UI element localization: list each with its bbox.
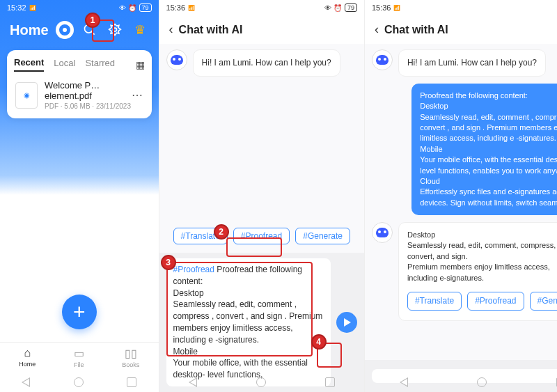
nav-file[interactable]: ▭File: [74, 347, 84, 368]
chat-title: Chat with AI: [384, 24, 448, 36]
file-row[interactable]: ◉ Welcome P…element.pdf PDF · 5.06 MB · …: [14, 72, 145, 111]
send-icon: [344, 318, 351, 327]
ai-response: Desktop Seamlessly read, edit, comment, …: [398, 222, 557, 321]
chip-proofread[interactable]: #Proofread: [467, 292, 524, 311]
add-fab[interactable]: +: [62, 295, 97, 329]
ai-avatar: [372, 49, 393, 70]
files-card: Recent Local Starred ▦ ◉ Welcome P…eleme…: [7, 50, 152, 118]
back-icon[interactable]: ‹: [375, 22, 379, 37]
chat-input[interactable]: #Proofread Proofread the following conte…: [166, 258, 331, 386]
settings-icon[interactable]: [106, 21, 124, 39]
callout-1: 1: [85, 13, 100, 28]
chat-header: ‹ Chat with AI: [365, 15, 557, 44]
send-button[interactable]: [336, 312, 357, 333]
tab-starred[interactable]: Starred: [85, 58, 115, 71]
chat-header: ‹ Chat with AI: [159, 15, 364, 44]
sys-home[interactable]: [477, 377, 487, 387]
chat-panel-input: 15:36📶 👁 ⏰79 ‹ Chat with AI Hi! I am Lum…: [159, 0, 365, 392]
input-area: #Proofread Proofread the following conte…: [159, 253, 364, 392]
crown-icon[interactable]: ♛: [131, 21, 149, 39]
file-thumb-icon: ◉: [15, 82, 38, 109]
sys-back[interactable]: [189, 377, 197, 387]
ai-icon[interactable]: [56, 21, 74, 39]
chip-generate[interactable]: #Generate: [295, 228, 350, 244]
ai-avatar: [166, 49, 187, 70]
more-icon[interactable]: ⋯: [132, 88, 143, 102]
nav-home[interactable]: ⌂Home: [19, 347, 36, 368]
back-icon[interactable]: ‹: [169, 22, 173, 37]
tab-local[interactable]: Local: [54, 58, 75, 71]
file-meta: PDF · 5.06 MB · 23/11/2023: [45, 102, 132, 110]
page-title: Home: [10, 22, 49, 38]
chat-panel-response: 15:36📶 👁 ⏰79 ‹ Chat with AI Hi! I am Lum…: [365, 0, 557, 392]
sys-recent[interactable]: [127, 377, 136, 387]
nav-books[interactable]: ▯▯Books: [122, 347, 139, 368]
sys-back[interactable]: [400, 377, 408, 387]
grid-view-icon[interactable]: ▦: [136, 59, 145, 70]
status-bar: 15:32📶 👁 ⏰79: [0, 0, 159, 15]
status-bar: 15:36📶 👁 ⏰79: [159, 0, 364, 15]
ai-message: Hi! I am Lumi. How can I help you?: [398, 49, 546, 77]
chip-generate[interactable]: #Generate: [530, 292, 557, 311]
sys-home[interactable]: [256, 377, 266, 387]
chip-proofread[interactable]: #Proofread: [233, 228, 290, 244]
system-nav: [365, 373, 557, 392]
user-message: Proofread the following content: Desktop…: [411, 84, 557, 215]
file-name: Welcome P…element.pdf: [45, 80, 132, 101]
svg-marker-2: [109, 24, 120, 36]
svg-line-1: [91, 32, 94, 35]
sys-back[interactable]: [22, 377, 30, 387]
tab-recent[interactable]: Recent: [14, 57, 44, 72]
home-panel: 15:32📶 👁 ⏰79 Home ♛ Recent Local Starred…: [0, 0, 159, 392]
callout-4: 4: [311, 334, 327, 350]
svg-point-3: [113, 28, 116, 31]
system-nav: [159, 373, 364, 392]
chip-translate[interactable]: #Translate: [407, 292, 462, 311]
bottom-nav: ⌂Home ▭File ▯▯Books: [0, 342, 159, 373]
system-nav: [0, 373, 159, 392]
ai-avatar: [372, 222, 393, 243]
sys-home[interactable]: [74, 377, 84, 387]
callout-3: 3: [161, 255, 176, 270]
sys-recent[interactable]: [325, 377, 335, 387]
callout-2: 2: [214, 224, 229, 240]
ai-message: Hi! I am Lumi. How can I help you?: [193, 49, 340, 77]
status-bar: 15:36📶 👁 ⏰79: [365, 0, 557, 15]
chat-title: Chat with AI: [179, 24, 243, 36]
